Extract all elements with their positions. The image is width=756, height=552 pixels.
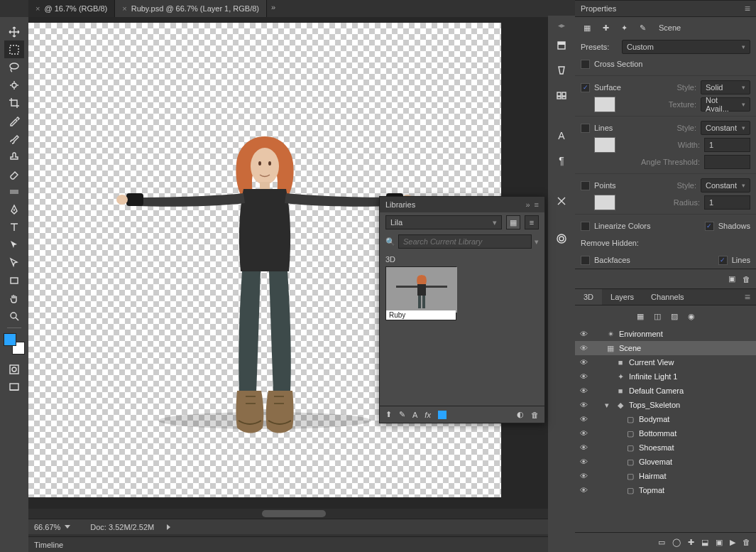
tab-layers[interactable]: Layers xyxy=(602,289,642,305)
tab-3d[interactable]: 3D xyxy=(575,289,602,305)
surface-checkbox[interactable] xyxy=(581,83,590,92)
libraries-header[interactable]: Libraries » ≡ xyxy=(380,197,544,212)
scene-item[interactable]: 👁▢Shoesmat xyxy=(575,440,756,455)
lasso-tool[interactable] xyxy=(4,58,24,76)
close-icon[interactable]: × xyxy=(35,4,40,13)
trash-icon[interactable]: 🗑 xyxy=(531,411,539,419)
visibility-icon[interactable]: 👁 xyxy=(578,443,589,452)
tab-channels[interactable]: Channels xyxy=(642,289,692,305)
panel-handle[interactable]: ◂▸ xyxy=(558,21,565,29)
upload-icon[interactable]: ⬆ xyxy=(385,410,392,419)
library-dropdown[interactable]: Lila▾ xyxy=(385,215,502,229)
hand-tool[interactable] xyxy=(4,289,24,307)
visibility-icon[interactable]: 👁 xyxy=(578,358,589,367)
chevron-down-icon[interactable] xyxy=(65,525,70,529)
swatches-panel-icon[interactable] xyxy=(552,61,571,79)
sphere-icon[interactable]: ◯ xyxy=(672,538,681,547)
ground-icon[interactable]: ⬓ xyxy=(701,538,708,547)
cloud-icon[interactable]: ◐ xyxy=(517,410,524,419)
surface-texture-dropdown[interactable]: Not Avail...▾ xyxy=(701,97,750,112)
points-color-swatch[interactable] xyxy=(594,195,615,210)
visibility-icon[interactable]: 👁 xyxy=(578,330,589,338)
lines-width-input[interactable]: 1 xyxy=(704,138,750,152)
cross-section-checkbox[interactable] xyxy=(581,60,590,69)
scene-item[interactable]: 👁▢Topmat xyxy=(575,483,756,497)
grid-view-button[interactable]: ▦ xyxy=(506,215,520,229)
surface-color-swatch[interactable] xyxy=(594,97,615,112)
lines2-checkbox[interactable] xyxy=(718,256,728,265)
panel-menu-icon[interactable]: ≡ xyxy=(745,3,750,14)
document-tab-2[interactable]: × Ruby.psd @ 66.7% (Layer 1, RGB/8) xyxy=(115,0,267,17)
type-tool[interactable] xyxy=(4,218,24,236)
quickmask-toggle[interactable] xyxy=(4,360,24,378)
move-tool[interactable] xyxy=(4,23,24,40)
fx-icon[interactable]: fx xyxy=(424,411,431,419)
lines-checkbox[interactable] xyxy=(581,124,590,133)
cc-libraries-icon[interactable] xyxy=(552,229,571,247)
library-asset-ruby[interactable]: Ruby xyxy=(385,266,456,320)
trash-icon[interactable]: 🗑 xyxy=(743,538,750,547)
zoom-tool[interactable] xyxy=(4,307,24,325)
list-view-button[interactable]: ≡ xyxy=(525,215,539,229)
foreground-color[interactable] xyxy=(4,333,16,346)
visibility-icon[interactable]: 👁 xyxy=(578,486,589,494)
scene-item[interactable]: 👁✴Environment xyxy=(575,327,756,341)
screenmode-toggle[interactable] xyxy=(4,378,24,396)
scene-item[interactable]: 👁▦Scene xyxy=(575,341,756,355)
horizontal-scrollbar[interactable] xyxy=(28,509,548,519)
scene-item[interactable]: 👁▢Bodymat xyxy=(575,412,756,426)
close-icon[interactable]: × xyxy=(122,4,126,13)
type-icon[interactable]: A xyxy=(412,411,417,419)
angle-threshold-input[interactable] xyxy=(704,155,750,169)
render-icon[interactable]: ▣ xyxy=(728,274,735,283)
timeline-panel[interactable]: Timeline xyxy=(28,536,548,552)
visibility-icon[interactable]: 👁 xyxy=(578,415,589,423)
new-icon[interactable]: ▣ xyxy=(716,538,723,547)
quick-select-tool[interactable] xyxy=(4,76,24,94)
crop-tool[interactable] xyxy=(4,94,24,112)
panel-menu-icon[interactable]: ≡ xyxy=(535,200,539,209)
scene-item[interactable]: 👁■Current View xyxy=(575,355,756,369)
library-search-input[interactable] xyxy=(398,234,532,249)
visibility-icon[interactable]: 👁 xyxy=(578,429,589,438)
paragraph-panel-icon[interactable]: ¶ xyxy=(552,151,571,169)
light-icon[interactable]: ✦ xyxy=(618,21,630,34)
linearize-checkbox[interactable] xyxy=(581,222,590,231)
color-swatches[interactable] xyxy=(4,333,25,355)
visibility-icon[interactable]: 👁 xyxy=(578,344,589,352)
filter-light-icon[interactable]: ◉ xyxy=(688,312,695,321)
visibility-icon[interactable]: 👁 xyxy=(578,386,589,395)
visibility-icon[interactable]: 👁 xyxy=(578,458,589,466)
plane-icon[interactable]: ▭ xyxy=(658,538,665,547)
presets-dropdown[interactable]: Custom▾ xyxy=(622,40,750,54)
collapse-icon[interactable]: » xyxy=(525,200,530,209)
brush-icon[interactable]: ✎ xyxy=(636,21,649,34)
gradient-tool[interactable] xyxy=(4,183,24,200)
filter-mesh-icon[interactable]: ◫ xyxy=(654,312,661,321)
scrollbar-thumb[interactable] xyxy=(262,510,326,517)
shadows-checkbox[interactable] xyxy=(705,222,714,231)
scene-item[interactable]: 👁▾◆Tops_Skeleton xyxy=(575,398,756,412)
new-icon[interactable]: ✚ xyxy=(599,21,612,34)
disclosure-icon[interactable]: ▾ xyxy=(605,401,612,410)
brush-icon[interactable]: ✎ xyxy=(399,410,405,419)
visibility-icon[interactable]: 👁 xyxy=(578,401,589,409)
points-radius-input[interactable]: 1 xyxy=(704,195,750,210)
libraries-panel[interactable]: Libraries » ≡ Lila▾ ▦ ≡ 🔍 ▾ 3D Ruby ⬆ ✎ … xyxy=(379,196,545,423)
surface-style-dropdown[interactable]: Solid▾ xyxy=(701,80,750,94)
visibility-icon[interactable]: 👁 xyxy=(578,372,589,381)
direct-select-tool[interactable] xyxy=(4,254,24,271)
eyedropper-tool[interactable] xyxy=(4,112,24,129)
scene-item[interactable]: 👁▢Hairmat xyxy=(575,469,756,483)
document-tab-1[interactable]: × @ 16.7% (RGB/8) xyxy=(28,0,115,17)
rectangle-tool[interactable] xyxy=(4,271,24,289)
brush-tool[interactable] xyxy=(4,129,24,147)
stamp-tool[interactable] xyxy=(4,147,24,165)
character-panel-icon[interactable]: A xyxy=(552,126,571,144)
adjustments-panel-icon[interactable] xyxy=(552,192,571,210)
color-panel-icon[interactable] xyxy=(552,86,571,104)
points-style-dropdown[interactable]: Constant▾ xyxy=(701,178,750,193)
scene-item[interactable]: 👁✦Infinite Light 1 xyxy=(575,369,756,384)
pen-tool[interactable] xyxy=(4,200,24,218)
zoom-level[interactable]: 66.67% xyxy=(34,523,60,531)
